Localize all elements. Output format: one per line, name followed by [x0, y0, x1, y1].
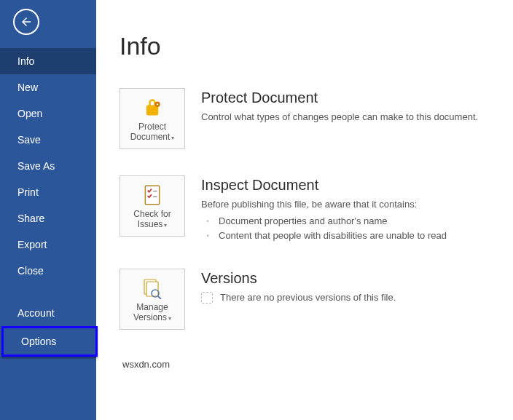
chevron-down-icon: ▾: [168, 315, 171, 322]
versions-title: Versions: [201, 270, 490, 287]
nav-item-open[interactable]: Open: [0, 100, 96, 127]
protect-button-label: Protect Document: [130, 122, 171, 142]
nav-item-export[interactable]: Export: [0, 231, 96, 258]
nav-item-options[interactable]: Options: [1, 326, 98, 357]
nav-item-print[interactable]: Print: [0, 179, 96, 205]
inspect-bullet: Document properties and author's name: [219, 214, 490, 229]
back-arrow-icon: [20, 15, 33, 28]
protect-description: Control what types of changes people can…: [201, 111, 490, 124]
checklist-icon: [143, 184, 162, 206]
nav-item-share[interactable]: Share: [0, 205, 96, 231]
backstage-sidebar: Info New Open Save Save As Print Share E…: [0, 0, 96, 420]
versions-section: Manage Versions▾ Versions There are no p…: [120, 269, 490, 330]
svg-line-7: [158, 296, 161, 299]
manage-versions-button-label: Manage Versions: [133, 302, 168, 322]
watermark-text: wsxdn.com: [120, 356, 490, 373]
nav-list: Info New Open Save Save As Print Share E…: [0, 48, 96, 357]
document-icon: [201, 292, 213, 304]
versions-icon: [141, 277, 163, 299]
svg-rect-1: [145, 186, 159, 205]
inspect-title: Inspect Document: [201, 177, 490, 194]
inspect-section: Check for Issues▾ Inspect Document Befor…: [120, 175, 490, 242]
content-pane: Info Protect Document▾ Protect Document …: [96, 0, 513, 420]
nav-item-info[interactable]: Info: [0, 48, 96, 74]
inspect-bullet: Content that people with disabilities ar…: [219, 229, 490, 243]
nav-item-account[interactable]: Account: [0, 300, 96, 326]
page-title: Info: [120, 32, 490, 60]
nav-item-close[interactable]: Close: [0, 258, 96, 284]
inspect-bullet-list: Document properties and author's name Co…: [201, 214, 490, 242]
protect-section: Protect Document▾ Protect Document Contr…: [120, 88, 490, 149]
lock-icon: [142, 98, 162, 118]
nav-item-save-as[interactable]: Save As: [0, 153, 96, 179]
nav-item-new[interactable]: New: [0, 74, 96, 100]
protect-title: Protect Document: [201, 90, 490, 106]
protect-document-button[interactable]: Protect Document▾: [120, 88, 185, 149]
nav-item-save[interactable]: Save: [0, 127, 96, 153]
chevron-down-icon: ▾: [171, 135, 174, 142]
manage-versions-button[interactable]: Manage Versions▾: [120, 269, 185, 330]
inspect-description: Before publishing this file, be aware th…: [201, 198, 490, 211]
back-button[interactable]: [13, 9, 39, 35]
versions-description: There are no previous versions of this f…: [220, 291, 396, 304]
chevron-down-icon: ▾: [164, 222, 167, 229]
check-for-issues-button[interactable]: Check for Issues▾: [120, 175, 185, 237]
svg-rect-5: [146, 282, 158, 296]
